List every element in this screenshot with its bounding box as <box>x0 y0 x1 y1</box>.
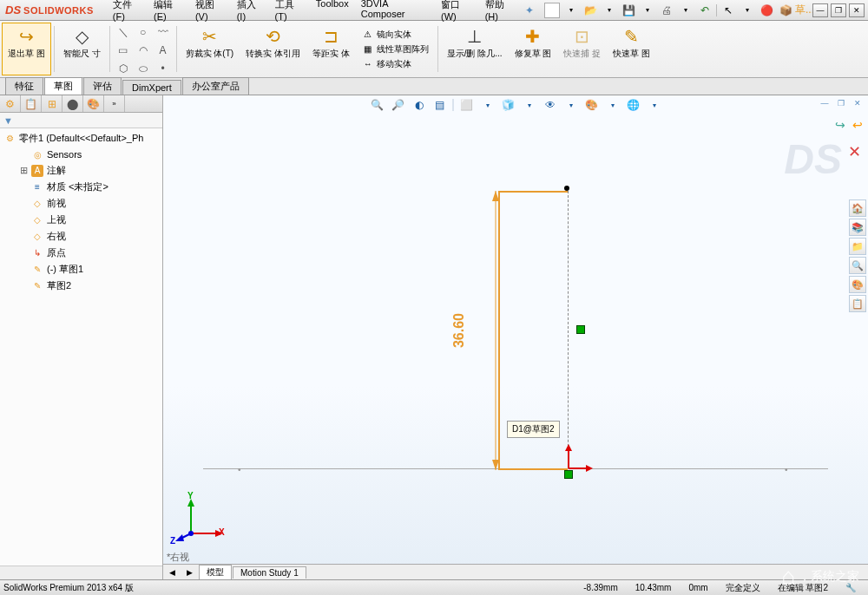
menu-3dvia[interactable]: 3DVIA Composer <box>356 0 434 24</box>
quick-snap-button[interactable]: ⊡ 快速捕 捉 <box>557 23 607 75</box>
arc-icon[interactable]: ◠ <box>135 42 152 58</box>
cancel-corner-icon[interactable]: ✕ <box>848 142 861 161</box>
search-icon[interactable]: ✦ <box>525 4 534 16</box>
dimension-line[interactable] <box>490 191 502 470</box>
graphics-viewport[interactable]: DS 🔍 🔎 ◐ ▤ ⬜ ▾ 🧊 ▾ 👁 ▾ 🎨 ▾ 🌐 ▾ — ❐ ✕ ↪ ↩ <box>163 95 868 579</box>
resources-icon[interactable]: 🏠 <box>849 199 866 217</box>
ellipse-icon[interactable]: ⬭ <box>135 61 152 76</box>
tree-root[interactable]: ⚙ 零件1 (Default<<Default>_Ph <box>2 130 161 147</box>
relation-handle[interactable] <box>576 325 585 334</box>
tab-features[interactable]: 特征 <box>5 77 43 95</box>
menu-insert[interactable]: 插入(I) <box>232 0 268 24</box>
polygon-icon[interactable]: ⬡ <box>115 61 132 76</box>
sketch-line[interactable] <box>498 191 568 193</box>
dropdown-icon[interactable]: ▾ <box>647 97 662 113</box>
trim-button[interactable]: ✂ 剪裁实 体(T) <box>180 23 240 75</box>
config-manager-tab[interactable]: ⊞ <box>42 95 62 112</box>
tab-dimxpert[interactable]: DimXpert <box>122 80 181 95</box>
exit-sketch-corner-icon[interactable]: ↪ <box>835 118 845 132</box>
tree-item-annotations[interactable]: ⊞A注解 <box>2 162 161 179</box>
tab-model[interactable]: 模型 <box>199 565 232 579</box>
rectangle-icon[interactable]: ▭ <box>115 42 132 58</box>
dropdown-icon[interactable]: ▾ <box>740 3 755 18</box>
sketch-line[interactable] <box>498 468 568 470</box>
property-manager-tab[interactable]: 📋 <box>21 95 42 112</box>
tree-item-front-plane[interactable]: ◇前视 <box>2 195 161 212</box>
sketch-endpoint[interactable] <box>564 186 569 191</box>
save-icon[interactable]: 💾 <box>621 3 636 18</box>
exit-sketch-button[interactable]: ↪ 退出草 图 <box>2 23 51 75</box>
appearances-icon[interactable]: 🎨 <box>849 276 866 293</box>
vp-minimize-icon[interactable]: — <box>818 97 832 109</box>
dropdown-icon[interactable]: ▾ <box>605 97 621 113</box>
convert-button[interactable]: ⟲ 转换实 体引用 <box>240 23 306 75</box>
custom-props-icon[interactable]: 📋 <box>849 295 866 312</box>
display-style-icon[interactable]: 🧊 <box>501 97 516 113</box>
tab-motion-study[interactable]: Motion Study 1 <box>233 566 306 579</box>
panel-scrollbar[interactable] <box>0 566 162 579</box>
circle-icon[interactable]: ○ <box>135 24 152 40</box>
move-button[interactable]: ↔移动实体 <box>359 57 431 71</box>
text-icon[interactable]: A <box>155 42 172 58</box>
design-library-icon[interactable]: 📚 <box>849 219 866 236</box>
dropdown-icon[interactable]: » <box>104 95 125 112</box>
appearance-icon[interactable]: 🎨 <box>584 97 600 113</box>
tree-item-right-plane[interactable]: ◇右视 <box>2 228 161 245</box>
orientation-triad[interactable]: Y X Z <box>174 494 226 550</box>
dropdown-icon[interactable]: ▾ <box>563 3 579 18</box>
dropdown-icon[interactable]: ▾ <box>602 3 617 18</box>
tab-nav-next-icon[interactable]: ▶ <box>181 568 198 577</box>
open-icon[interactable]: 📂 <box>582 3 598 18</box>
linear-pattern-button[interactable]: ▦线性草图阵列 <box>359 42 431 56</box>
view-orientation-icon[interactable]: ⬜ <box>459 97 475 113</box>
menu-tools[interactable]: 工具(T) <box>270 0 309 24</box>
filter-bar[interactable]: ▼ <box>0 113 162 128</box>
display-delete-button[interactable]: ⊥ 显示/删 除几... <box>441 23 509 75</box>
status-custom-icon[interactable]: 🔧 <box>837 583 865 592</box>
options-icon[interactable]: 📦 <box>778 3 793 18</box>
expander-icon[interactable]: ⊞ <box>19 165 28 176</box>
zoom-area-icon[interactable]: 🔎 <box>391 97 406 113</box>
menu-edit[interactable]: 编辑(E) <box>148 0 188 24</box>
select-icon[interactable]: ↖ <box>720 3 736 18</box>
tree-item-sensors[interactable]: ◎Sensors <box>2 147 161 162</box>
offset-button[interactable]: ⊐ 等距实 体 <box>306 23 356 75</box>
dropdown-icon[interactable]: ▾ <box>640 3 655 18</box>
file-explorer-icon[interactable]: 📁 <box>849 238 866 255</box>
prev-view-icon[interactable]: ◐ <box>411 97 427 113</box>
repair-button[interactable]: ✚ 修复草 图 <box>509 23 558 75</box>
centerline[interactable] <box>568 186 569 473</box>
vp-maximize-icon[interactable]: ❐ <box>834 97 848 109</box>
dimxpert-tab[interactable]: ⬤ <box>62 95 83 112</box>
tree-item-material[interactable]: ≡材质 <未指定> <box>2 179 161 195</box>
menu-view[interactable]: 视图(V) <box>190 0 230 24</box>
tab-nav-prev-icon[interactable]: ◀ <box>163 568 181 577</box>
rebuild-icon[interactable]: 🔴 <box>759 3 774 18</box>
vp-close-icon[interactable]: ✕ <box>851 97 865 109</box>
maximize-button[interactable]: ❐ <box>831 3 846 17</box>
line-icon[interactable]: ＼ <box>115 24 132 40</box>
tab-evaluate[interactable]: 评估 <box>83 77 122 95</box>
dropdown-icon[interactable]: ▾ <box>563 97 579 113</box>
tree-item-top-plane[interactable]: ◇上视 <box>2 212 161 228</box>
tree-item-sketch1[interactable]: ✎(-) 草图1 <box>2 261 161 278</box>
close-button[interactable]: ✕ <box>849 3 865 17</box>
zoom-fit-icon[interactable]: 🔍 <box>370 97 385 113</box>
scene-icon[interactable]: 🌐 <box>626 97 641 113</box>
new-icon[interactable]: ▫ <box>544 3 560 18</box>
section-icon[interactable]: ▤ <box>432 97 448 113</box>
smart-dimension-button[interactable]: ◇ 智能尺 寸 <box>57 23 107 75</box>
tab-office[interactable]: 办公室产品 <box>182 77 249 95</box>
tree-item-sketch2[interactable]: ✎草图2 <box>2 278 161 294</box>
tree-item-origin[interactable]: ↳原点 <box>2 245 161 261</box>
tab-sketch[interactable]: 草图 <box>44 77 82 95</box>
dropdown-icon[interactable]: ▾ <box>522 97 537 113</box>
mirror-button[interactable]: ⚠镜向实体 <box>359 28 431 42</box>
print-icon[interactable]: 🖨 <box>659 3 674 18</box>
menu-toolbox[interactable]: Toolbox <box>311 0 354 24</box>
doc-icon[interactable]: 草... <box>797 3 812 18</box>
ok-corner-icon[interactable]: ↩ <box>852 118 863 132</box>
point-icon[interactable]: • <box>155 61 172 76</box>
menu-file[interactable]: 文件(F) <box>108 0 147 24</box>
dropdown-icon[interactable]: ▾ <box>480 97 496 113</box>
